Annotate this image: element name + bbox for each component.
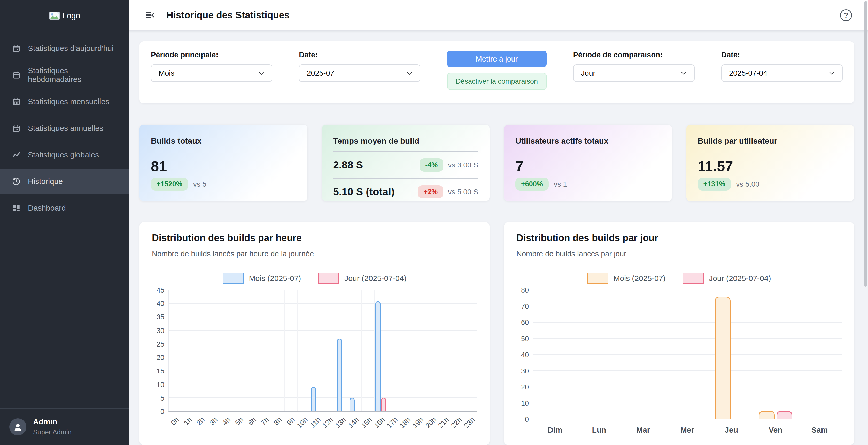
- legend-item[interactable]: Jour (2025-07-04): [318, 273, 406, 284]
- main-date-value: 2025-07: [307, 69, 334, 78]
- sidebar-item-monthly[interactable]: Statistiques mensuelles: [0, 89, 129, 114]
- y-tick-label: 15: [157, 367, 164, 375]
- x-tick-label: Jeu: [724, 426, 738, 435]
- gridline: [533, 370, 842, 370]
- x-tick-label: 23h: [462, 416, 476, 430]
- gridline: [533, 354, 842, 355]
- sidebar-item-global[interactable]: Statistiques globales: [0, 142, 129, 167]
- bar-16h-serie1: [375, 301, 380, 411]
- chart-subtitle: Nombre de builds lancés par jour: [517, 249, 842, 258]
- chart-title: Distribution des builds par heure: [152, 233, 477, 243]
- change-badge: +2%: [418, 185, 443, 199]
- bar-14h-serie1: [349, 398, 355, 411]
- gridline: [533, 290, 842, 290]
- stat-footer: +600% vs 1: [516, 178, 660, 191]
- chart-legend: Mois (2025-07)Jour (2025-07-04): [152, 273, 477, 284]
- gridline-vertical: [477, 290, 477, 411]
- comparison-date-select[interactable]: 2025-07-04: [721, 64, 843, 82]
- x-tick-label: 11h: [308, 416, 322, 429]
- x-axis: DimLunMarMerJeuVenSam: [517, 419, 842, 438]
- x-axis-labels: 0h1h2h3h4h5h6h7h8h9h10h11h12h13h14h15h16…: [168, 412, 477, 445]
- daily-distribution-chart: Distribution des builds par jour Nombre …: [504, 222, 854, 445]
- bar-Ven-serie1: [759, 411, 774, 419]
- stat-card-builds-par-utilisateur: Builds par utilisateur 11.57 +131% vs 5.…: [686, 124, 854, 201]
- comparison-period-select[interactable]: Jour: [573, 64, 695, 82]
- plot-area: 01020304050607080: [517, 290, 842, 419]
- x-tick-label: 1h: [182, 416, 193, 427]
- main-period-select[interactable]: Mois: [151, 64, 272, 82]
- y-tick-label: 30: [157, 327, 164, 335]
- comparison-value: vs 5: [193, 180, 207, 188]
- x-tick-label: Mer: [680, 426, 694, 435]
- change-badge: +600%: [516, 178, 549, 191]
- x-tick-label: 3h: [208, 416, 219, 427]
- x-tick-label: Mar: [636, 426, 650, 435]
- sidebar-item-history[interactable]: Historique: [0, 169, 129, 194]
- change-badge: +131%: [698, 178, 731, 191]
- comparison-period-value: Jour: [581, 69, 595, 78]
- x-tick-label: 13h: [334, 416, 348, 430]
- sidebar-item-today[interactable]: Statistiques d'aujourd'hui: [0, 36, 129, 60]
- gridline-vertical: [413, 290, 413, 411]
- x-axis: 0h1h2h3h4h5h6h7h8h9h10h11h12h13h14h15h16…: [152, 412, 477, 445]
- metric-value: 2.88 S: [333, 159, 363, 171]
- y-tick-label: 25: [157, 340, 164, 348]
- y-tick-label: 40: [521, 351, 529, 359]
- disable-comparison-button[interactable]: Désactiver la comparaison: [447, 73, 547, 90]
- stat-footer: +1520% vs 5: [151, 178, 296, 191]
- comparison-value: vs 1: [554, 180, 567, 188]
- logo[interactable]: Logo: [0, 0, 129, 32]
- y-tick-label: 0: [525, 416, 529, 423]
- legend-item[interactable]: Jour (2025-07-04): [683, 273, 771, 284]
- bar-16h-serie2: [381, 398, 386, 411]
- gridline-vertical: [272, 290, 272, 411]
- content: Période principale: Mois Date: 2025-07 M…: [129, 30, 868, 445]
- gridline-vertical: [374, 290, 375, 411]
- filter-bar: Période principale: Mois Date: 2025-07 M…: [140, 41, 854, 103]
- legend-item[interactable]: Mois (2025-07): [223, 273, 301, 284]
- x-tick-label: Dim: [548, 426, 562, 435]
- main-date-select[interactable]: 2025-07: [299, 64, 420, 82]
- sidebar-item-dashboard[interactable]: Dashboard: [0, 196, 129, 220]
- chart-title: Distribution des builds par jour: [517, 233, 842, 243]
- legend-swatch: [318, 273, 339, 284]
- user-name: Admin: [33, 417, 71, 426]
- user-profile[interactable]: Admin Super Admin: [0, 408, 129, 445]
- filter-buttons: Mettre à jour Désactiver la comparaison: [447, 51, 547, 90]
- chevron-down-icon: [829, 71, 835, 75]
- y-tick-label: 45: [157, 286, 164, 294]
- gridline-vertical: [194, 290, 195, 411]
- gridline: [533, 403, 842, 403]
- x-tick-label: 21h: [437, 416, 451, 430]
- help-icon[interactable]: ?: [840, 9, 852, 21]
- update-button[interactable]: Mettre à jour: [447, 51, 547, 67]
- history-icon: [12, 177, 21, 186]
- comparison-date-value: 2025-07-04: [729, 69, 767, 78]
- y-tick-label: 50: [521, 335, 529, 343]
- stat-value: 11.57: [698, 158, 843, 174]
- sidebar-item-weekly[interactable]: Statistiques hebdomadaires: [0, 63, 129, 87]
- y-tick-label: 40: [157, 300, 164, 308]
- scrollbar-thumb[interactable]: [864, 1, 867, 287]
- y-tick-label: 20: [157, 354, 164, 362]
- legend-item[interactable]: Mois (2025-07): [587, 273, 666, 284]
- metric-comparison: -4% vs 3.00 S: [420, 158, 478, 172]
- chevron-down-icon: [681, 71, 687, 75]
- x-tick-label: 12h: [321, 416, 335, 430]
- sidebar-item-label: Statistiques mensuelles: [28, 97, 109, 106]
- bar-11h-serie1: [311, 387, 316, 411]
- y-tick-label: 60: [521, 319, 529, 327]
- menu-fold-button[interactable]: [145, 10, 156, 21]
- comparison-date-label: Date:: [721, 51, 843, 59]
- gridline-vertical: [439, 290, 439, 411]
- gridline-vertical: [246, 290, 246, 411]
- metric-value: 5.10 S (total): [333, 186, 395, 198]
- change-badge: +1520%: [151, 178, 188, 191]
- legend-swatch: [223, 273, 244, 284]
- gridline-vertical: [349, 290, 349, 411]
- stat-card-temps-moyen: Temps moyen de build 2.88 S -4% vs 3.00 …: [322, 124, 490, 201]
- sidebar-item-yearly[interactable]: Statistiques annuelles: [0, 116, 129, 140]
- calendar-year-icon: [12, 124, 21, 132]
- sidebar-item-label: Statistiques hebdomadaires: [28, 66, 117, 84]
- x-tick-label: 5h: [234, 416, 245, 427]
